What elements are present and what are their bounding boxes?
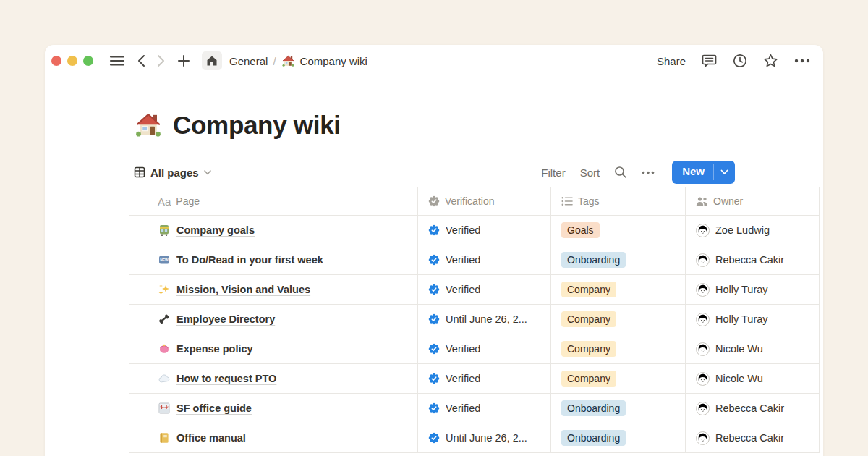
filter-button[interactable]: Filter	[541, 166, 565, 179]
sort-button[interactable]: Sort	[580, 166, 600, 179]
tags-cell[interactable]: Company	[551, 275, 686, 304]
verification-cell[interactable]: Verified	[418, 394, 551, 423]
verification-cell[interactable]: Verified	[418, 245, 551, 274]
column-header-owner[interactable]: Owner	[686, 187, 820, 215]
page-link[interactable]: To Do/Read in your first week	[176, 254, 323, 266]
table-view-icon	[134, 166, 145, 178]
new-badge-emoji-icon: NEW	[158, 253, 171, 266]
page-cell[interactable]: SF office guide	[129, 394, 418, 423]
owner-name: Rebecca Cakir	[715, 432, 784, 444]
new-button-label[interactable]: New	[672, 161, 713, 184]
back-chevron-icon[interactable]	[137, 54, 145, 67]
breadcrumb-page[interactable]: Company wiki	[300, 55, 367, 67]
verification-text: Until June 26, 2...	[446, 313, 527, 325]
tags-cell[interactable]: Company	[551, 305, 686, 334]
updates-clock-icon[interactable]	[733, 54, 747, 68]
tag-chip[interactable]: Company	[561, 371, 616, 387]
tags-cell[interactable]: Onboarding	[551, 394, 686, 423]
tag-chip[interactable]: Goals	[561, 222, 600, 239]
new-button[interactable]: New	[672, 161, 735, 184]
owner-cell[interactable]: Holly Turay	[686, 305, 820, 334]
owner-cell[interactable]: Zoe Ludwig	[686, 216, 820, 245]
share-button[interactable]: Share	[657, 55, 686, 67]
page-link[interactable]: Company goals	[176, 224, 255, 236]
tags-cell[interactable]: Onboarding	[551, 245, 686, 274]
tag-chip[interactable]: Onboarding	[561, 252, 626, 269]
verification-text: Verified	[446, 343, 480, 355]
tag-chip[interactable]: Company	[561, 341, 616, 358]
view-more-ellipsis-icon[interactable]	[642, 171, 655, 174]
verified-badge-icon	[428, 432, 440, 444]
owner-cell[interactable]: Nicole Wu	[686, 334, 820, 363]
page-cell[interactable]: NEW To Do/Read in your first week	[129, 245, 418, 274]
breadcrumb-workspace[interactable]: General	[229, 55, 268, 67]
table-header-row: Aa Page Verification Tags Owner	[129, 187, 820, 216]
column-header-page[interactable]: Aa Page	[129, 187, 418, 215]
verification-cell[interactable]: Until June 26, 2...	[418, 305, 551, 334]
tags-cell[interactable]: Company	[551, 334, 686, 363]
column-header-verification[interactable]: Verification	[418, 187, 551, 215]
tags-cell[interactable]: Goals	[551, 216, 686, 245]
column-header-label: Owner	[713, 195, 743, 207]
page-cell[interactable]: Office manual	[129, 423, 418, 452]
owner-cell[interactable]: Rebecca Cakir	[686, 394, 820, 423]
topbar-actions: Share	[657, 54, 810, 68]
favorite-star-icon[interactable]	[763, 54, 778, 68]
page-cell[interactable]: Employee Directory	[129, 305, 418, 334]
page-link[interactable]: Mission, Vision and Values	[176, 284, 310, 295]
page-cell[interactable]: How to request PTO	[129, 364, 418, 393]
page-link[interactable]: Office manual	[176, 432, 246, 444]
owner-cell[interactable]: Holly Turay	[686, 275, 820, 304]
page-cell[interactable]: Company goals	[129, 216, 418, 245]
view-toolbar: All pages Filter Sort New	[134, 158, 735, 187]
owner-cell[interactable]: Nicole Wu	[686, 364, 820, 393]
table-row: How to request PTO Verified Company Nico…	[129, 364, 820, 394]
minimize-window-button[interactable]	[67, 56, 77, 66]
window-topbar: General / Company wiki Share	[45, 45, 823, 77]
plus-icon[interactable]	[177, 54, 190, 67]
cloud-emoji-icon	[158, 372, 171, 385]
verification-cell[interactable]: Verified	[418, 216, 551, 245]
verification-cell[interactable]: Verified	[418, 334, 551, 363]
svg-text:NEW: NEW	[160, 258, 169, 262]
table-row: Employee Directory Until June 26, 2... C…	[129, 305, 820, 334]
notion-window: General / Company wiki Share	[45, 45, 823, 456]
avatar	[696, 224, 710, 237]
tag-chip[interactable]: Onboarding	[561, 430, 626, 447]
page-link[interactable]: How to request PTO	[176, 373, 276, 384]
search-icon[interactable]	[614, 166, 627, 179]
page-link[interactable]: Expense policy	[176, 343, 253, 355]
owner-name: Nicole Wu	[715, 373, 763, 384]
house-emoji-icon	[281, 54, 295, 68]
verification-cell[interactable]: Verified	[418, 364, 551, 393]
home-icon[interactable]	[202, 51, 222, 70]
view-tab-all-pages[interactable]: All pages	[134, 166, 211, 179]
tags-cell[interactable]: Onboarding	[551, 423, 686, 452]
sparkles-emoji-icon	[158, 283, 171, 296]
tag-chip[interactable]: Onboarding	[561, 400, 626, 417]
close-window-button[interactable]	[51, 56, 61, 66]
page-link[interactable]: Employee Directory	[176, 313, 275, 325]
verified-badge-icon	[428, 224, 440, 236]
column-header-tags[interactable]: Tags	[551, 187, 686, 215]
owner-cell[interactable]: Rebecca Cakir	[686, 423, 820, 452]
verification-text: Until June 26, 2...	[446, 432, 527, 444]
owner-cell[interactable]: Rebecca Cakir	[686, 245, 820, 274]
verification-cell[interactable]: Until June 26, 2...	[418, 423, 551, 452]
tag-chip[interactable]: Company	[561, 282, 616, 298]
new-button-caret[interactable]	[714, 161, 735, 184]
page-cell[interactable]: Expense policy	[129, 334, 418, 363]
hamburger-menu-icon[interactable]	[109, 54, 125, 67]
tag-chip[interactable]: Company	[561, 311, 616, 328]
tags-cell[interactable]: Company	[551, 364, 686, 393]
page-cell[interactable]: Mission, Vision and Values	[129, 275, 418, 304]
comments-icon[interactable]	[702, 54, 717, 68]
table-row: SF office guide Verified Onboarding Rebe…	[129, 394, 820, 423]
more-ellipsis-icon[interactable]	[794, 59, 810, 63]
forward-chevron-icon[interactable]	[157, 54, 166, 67]
verification-cell[interactable]: Verified	[418, 275, 551, 304]
fog-bridge-emoji-icon	[158, 402, 171, 415]
house-emoji-icon[interactable]	[134, 111, 163, 140]
page-link[interactable]: SF office guide	[176, 402, 252, 414]
zoom-window-button[interactable]	[83, 56, 93, 66]
